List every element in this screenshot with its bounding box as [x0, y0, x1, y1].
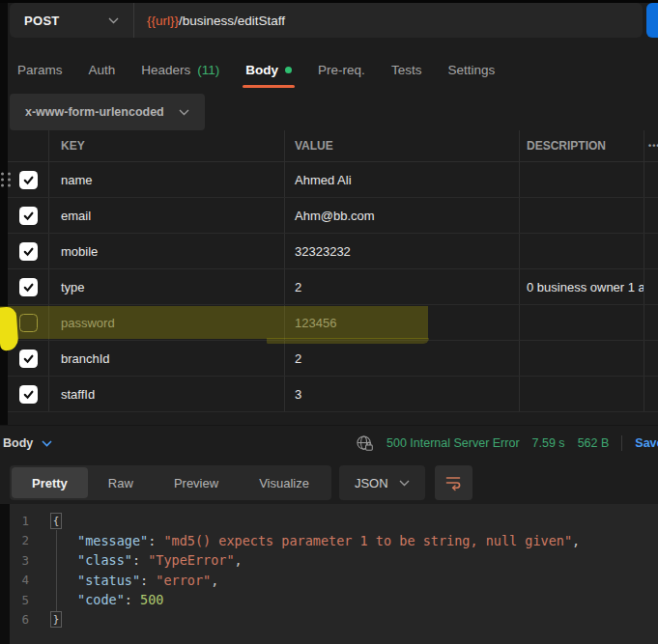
table-row: type20 business owner 1 ad — [8, 269, 658, 305]
table-row: nameAhmed Ali — [8, 162, 658, 198]
method-selector[interactable]: POST — [10, 14, 133, 28]
row-description-input[interactable] — [520, 162, 644, 197]
row-more-cell — [644, 234, 658, 268]
row-checkbox[interactable] — [19, 207, 38, 225]
row-checkbox[interactable] — [19, 314, 38, 332]
row-checkbox-cell — [8, 341, 49, 376]
header-description: DESCRIPTION — [520, 130, 644, 161]
row-value-input[interactable]: 2 — [285, 269, 520, 304]
table-row: password123456 — [8, 305, 658, 341]
tab-settings[interactable]: Settings — [447, 53, 495, 86]
row-checkbox[interactable] — [19, 242, 38, 261]
row-checkbox[interactable] — [19, 350, 38, 368]
row-key-input[interactable]: mobile — [49, 234, 285, 268]
row-more-cell — [644, 269, 658, 304]
row-description-input[interactable] — [520, 341, 644, 376]
drag-handle-icon[interactable] — [1, 173, 11, 187]
row-checkbox[interactable] — [19, 171, 38, 189]
format-chevron-down-icon — [399, 480, 410, 487]
wrap-text-button[interactable] — [435, 465, 472, 500]
tab-body[interactable]: Body — [245, 53, 292, 86]
method-chevron-down-icon — [108, 17, 119, 24]
row-key-input[interactable]: staffId — [49, 377, 285, 411]
fold-gutter — [37, 531, 62, 551]
row-description-input[interactable] — [520, 234, 644, 268]
row-description-input[interactable] — [520, 198, 644, 233]
tab-params[interactable]: Params — [17, 53, 63, 86]
tab-label: Auth — [89, 63, 116, 77]
status-divider — [621, 435, 622, 451]
tab-headers[interactable]: Headers(11) — [141, 53, 219, 86]
header-key: KEY — [49, 130, 285, 161]
row-value-input[interactable]: 3 — [285, 377, 520, 411]
fold-toggle[interactable]: } — [50, 611, 62, 628]
row-description-input[interactable]: 0 business owner 1 ad — [520, 269, 644, 304]
token-key: "message" — [77, 533, 148, 548]
code-line: 6} — [0, 610, 658, 630]
code-text: "code": 500 — [62, 592, 163, 607]
response-time[interactable]: 7.59 s — [532, 436, 565, 450]
response-body-viewer[interactable]: 1{2"message": "md5() expects parameter 1… — [0, 504, 658, 644]
token-punc: , — [572, 533, 580, 548]
response-body-dropdown[interactable]: Body — [3, 426, 52, 461]
token-key: "status" — [77, 573, 140, 588]
tab-tests[interactable]: Tests — [391, 53, 422, 86]
row-key-input[interactable]: email — [49, 198, 285, 233]
wrap-text-icon — [444, 474, 462, 491]
request-tabs: ParamsAuthHeaders(11)BodyPre-req.TestsSe… — [17, 53, 495, 86]
url-input[interactable]: {{url}}/business/editStaff — [147, 14, 285, 28]
tab-prereq[interactable]: Pre-req. — [318, 53, 365, 86]
row-description-input[interactable] — [520, 377, 644, 411]
row-key-input[interactable]: branchId — [49, 341, 285, 376]
response-status-group: 500 Internal Server Error 7.59 s 562 B S… — [356, 426, 658, 461]
row-description-input[interactable] — [520, 305, 644, 340]
row-value-input[interactable]: 123456 — [285, 305, 520, 340]
token-punc: , — [235, 552, 243, 568]
table-header-row: KEY VALUE DESCRIPTION ••• — [8, 130, 658, 162]
response-tab-pretty[interactable]: Pretty — [12, 467, 88, 498]
table-row: mobile32323232 — [8, 234, 658, 269]
fold-gutter — [37, 550, 62, 571]
fold-toggle[interactable]: { — [50, 513, 62, 529]
row-key-input[interactable]: name — [49, 162, 285, 197]
row-more-cell — [644, 305, 658, 340]
row-value-input[interactable]: Ahm@bb.com — [285, 198, 520, 233]
row-checkbox-cell — [8, 234, 49, 268]
row-checkbox-cell — [8, 377, 49, 411]
send-button-edge[interactable] — [646, 3, 658, 38]
code-text: "class": "TypeError", — [62, 552, 243, 568]
response-view-controls: PrettyRawPreviewVisualize JSON — [10, 464, 472, 501]
row-value-input[interactable]: 32323232 — [285, 234, 520, 268]
response-size[interactable]: 562 B — [578, 436, 610, 450]
save-response-button[interactable]: Save — [635, 436, 658, 450]
request-url-bar: POST {{url}}/business/editStaff — [10, 3, 643, 38]
more-options-icon[interactable]: ••• — [644, 130, 658, 161]
tab-label: Pre-req. — [318, 63, 365, 77]
fold-gutter: } — [37, 610, 62, 630]
row-checkbox-cell — [8, 269, 49, 304]
row-key-input[interactable]: type — [49, 269, 285, 304]
row-checkbox[interactable] — [19, 385, 38, 404]
row-key-input[interactable]: password — [49, 305, 285, 340]
response-format-selector[interactable]: JSON — [339, 465, 425, 500]
response-tab-preview[interactable]: Preview — [154, 467, 239, 498]
token-punc: : — [140, 573, 156, 588]
body-type-selector[interactable]: x-www-form-urlencoded — [10, 94, 205, 130]
status-badge[interactable]: 500 Internal Server Error — [386, 436, 520, 450]
row-checkbox-cell — [8, 305, 49, 340]
url-path: /business/editStaff — [179, 14, 285, 28]
row-value-input[interactable]: 2 — [285, 341, 520, 376]
response-tab-visualize[interactable]: Visualize — [239, 467, 329, 498]
row-more-cell — [644, 162, 658, 197]
row-checkbox-cell — [8, 162, 49, 197]
table-row: branchId2 — [8, 341, 658, 377]
tab-label: Params — [17, 63, 63, 77]
tab-auth[interactable]: Auth — [89, 53, 116, 86]
fold-gutter — [37, 571, 62, 591]
row-value-input[interactable]: Ahmed Ali — [285, 162, 520, 197]
response-tab-raw[interactable]: Raw — [88, 467, 154, 498]
row-more-cell — [644, 377, 658, 411]
code-line: 3"class": "TypeError", — [0, 550, 658, 571]
method-label: POST — [24, 14, 60, 28]
row-checkbox[interactable] — [19, 278, 38, 296]
